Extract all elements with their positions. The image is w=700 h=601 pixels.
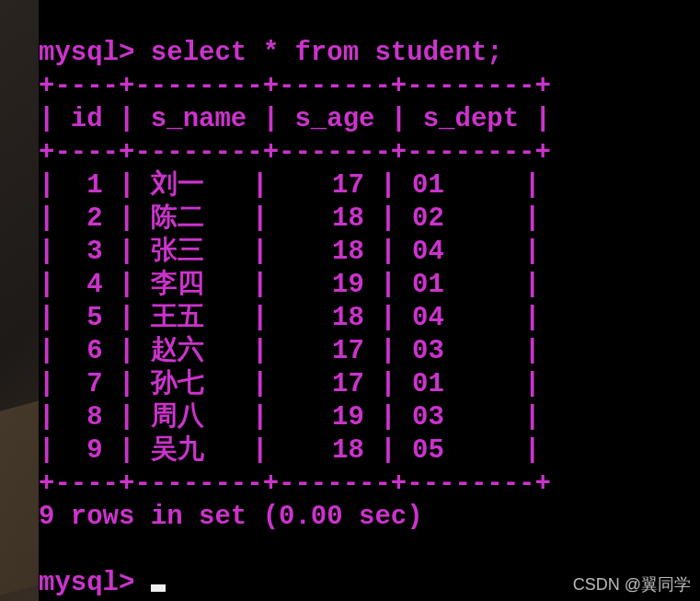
table-border-top: +----+--------+-------+--------+ (39, 71, 551, 101)
table-row: | 1 | 刘一 | 17 | 01 | (39, 170, 540, 201)
table-row: | 6 | 赵六 | 17 | 03 | (39, 336, 540, 366)
table-row: | 4 | 李四 | 19 | 01 | (39, 270, 540, 300)
mysql-prompt: mysql> (39, 38, 151, 68)
sql-command: select * from student; (151, 38, 503, 68)
table-row: | 2 | 陈二 | 18 | 02 | (39, 203, 540, 234)
cursor (151, 584, 166, 592)
table-row: | 7 | 孙七 | 17 | 01 | (39, 369, 540, 399)
mysql-terminal[interactable]: mysql> select * from student; +----+----… (39, 0, 700, 601)
table-border-mid: +----+--------+-------+--------+ (39, 137, 551, 168)
result-summary: 9 rows in set (0.00 sec) (39, 502, 423, 532)
csdn-watermark: CSDN @翼同学 (573, 573, 691, 595)
mysql-prompt: mysql> (39, 568, 151, 598)
table-border-bottom: +----+--------+-------+--------+ (39, 468, 551, 499)
terminal-left-margin (0, 0, 39, 601)
table-header-row: | id | s_name | s_age | s_dept | (39, 104, 551, 134)
table-row: | 9 | 吴九 | 18 | 05 | (39, 435, 540, 466)
table-row: | 5 | 王五 | 18 | 04 | (39, 303, 540, 333)
table-row: | 3 | 张三 | 18 | 04 | (39, 237, 540, 267)
table-row: | 8 | 周八 | 19 | 03 | (39, 402, 540, 433)
